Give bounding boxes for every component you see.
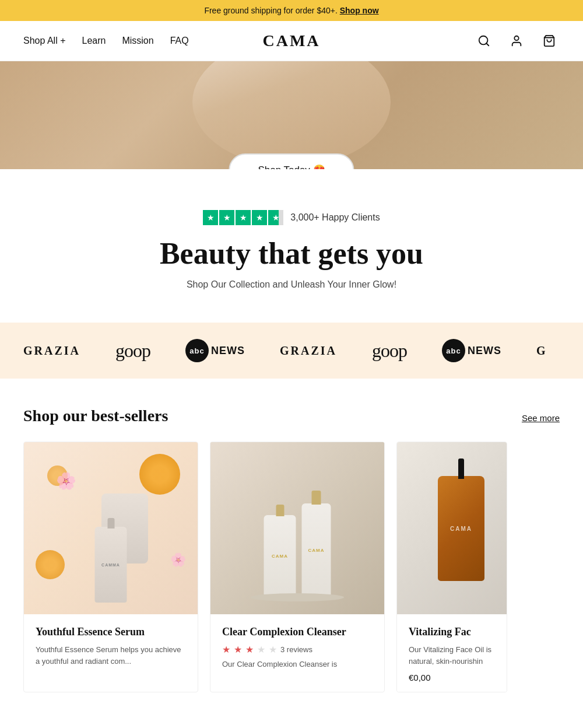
serum-bottle-visual: CAMMA [95, 527, 127, 603]
nav-faq[interactable]: FAQ [170, 36, 189, 46]
nav-shop-all[interactable]: Shop All + [23, 36, 66, 46]
face-oil-bottle [438, 476, 484, 581]
press-logo-grazia-1: GRAZIA [23, 344, 80, 358]
serum-bottle: CAMMA [95, 527, 127, 603]
hero-background: Shop Today 😍 [0, 61, 583, 169]
product-name-serum: Youthful Essence Serum [36, 626, 186, 638]
trustpilot-row: ★ ★ ★ ★ ★ 3,000+ Happy Clients [203, 210, 380, 225]
product-info-serum: Youthful Essence Serum Youthful Essence … [24, 614, 198, 682]
announcement-text: Free ground shipping for order $40+. [204, 6, 337, 15]
main-nav: Shop All + Learn Mission FAQ [23, 36, 189, 46]
press-logo-abcnews-2: abc NEWS [442, 339, 501, 362]
product-desc-serum: Youthful Essence Serum helps you achieve… [36, 644, 186, 667]
press-logo-grazia-2: GRAZIA [280, 344, 337, 358]
news-text-2: NEWS [468, 345, 501, 357]
star-3: ★ [236, 210, 251, 225]
star-2: ★ [219, 210, 234, 225]
news-text: NEWS [211, 345, 245, 357]
star-empty-5: ★ [269, 644, 277, 655]
product-card-cleanser: CAMA CAMA Clear Complexion Cleanser ★ ★ … [210, 442, 385, 692]
hero-cta-wrapper: Shop Today 😍 [229, 153, 354, 169]
abc-circle-2: abc [442, 339, 465, 362]
social-proof-section: ★ ★ ★ ★ ★ 3,000+ Happy Clients Beauty th… [0, 169, 583, 302]
orange-decoration-1 [139, 454, 180, 495]
nav-learn[interactable]: Learn [82, 36, 106, 46]
sub-headline: Shop Our Collection and Unleash Your Inn… [187, 279, 396, 290]
see-more-link[interactable]: See more [522, 413, 560, 423]
tray [251, 593, 344, 601]
press-logo-grazia-partial: G [536, 344, 547, 358]
hero-oval [192, 61, 391, 166]
search-icon [477, 34, 490, 47]
cleanser-bottles: CAMA CAMA [264, 503, 331, 597]
star-5-half: ★ [268, 210, 283, 225]
account-button[interactable] [506, 30, 527, 51]
press-logo-abcnews-1: abc NEWS [185, 339, 245, 362]
cleanser-bottle-2: CAMA [302, 503, 331, 597]
star-filled-1: ★ [222, 644, 230, 655]
star-filled-3: ★ [245, 644, 254, 655]
products-grid: 🌸 🌸 CAMMA Youthful Essence Serum Youthfu… [23, 442, 560, 692]
flower-decoration-1: 🌸 [56, 471, 76, 491]
product-price-face-oil: €0,00 [409, 673, 495, 682]
press-logo-goop-1: goop [115, 340, 150, 362]
product-card-face-oil: Vitalizing Fac Our Vitalizing Face Oil i… [396, 442, 507, 692]
product-image-serum[interactable]: 🌸 🌸 CAMMA [24, 442, 198, 614]
main-headline: Beauty that gets you [160, 237, 423, 270]
product-name-cleanser: Clear Complexion Cleanser [222, 626, 373, 638]
best-sellers-header: Shop our best-sellers See more [23, 407, 560, 425]
cart-icon [543, 34, 556, 47]
best-sellers-section: Shop our best-sellers See more 🌸 🌸 CAMMA… [0, 379, 583, 716]
svg-point-2 [514, 36, 518, 40]
star-empty-4: ★ [257, 644, 265, 655]
clients-count: 3,000+ Happy Clients [290, 212, 380, 223]
search-button[interactable] [473, 30, 494, 51]
product-info-face-oil: Vitalizing Fac Our Vitalizing Face Oil i… [397, 614, 507, 692]
trustpilot-stars: ★ ★ ★ ★ ★ [203, 210, 283, 225]
account-icon [510, 34, 523, 47]
hero-section: Shop Today 😍 [0, 61, 583, 169]
cleanser-bottle-1: CAMA [264, 515, 296, 597]
reviews-count-cleanser: 3 reviews [280, 645, 312, 654]
header-actions [473, 30, 560, 51]
svg-line-1 [486, 43, 489, 46]
abc-circle: abc [185, 339, 209, 362]
flower-decoration-2: 🌸 [170, 552, 186, 568]
star-4: ★ [252, 210, 267, 225]
product-info-cleanser: Clear Complexion Cleanser ★ ★ ★ ★ ★ 3 re… [210, 614, 384, 685]
header: Shop All + Learn Mission FAQ CAMA [0, 21, 583, 61]
product-name-face-oil: Vitalizing Fac [409, 626, 495, 638]
orange-decoration-2 [36, 550, 65, 579]
press-logo-goop-2: goop [372, 340, 407, 362]
shop-today-button[interactable]: Shop Today 😍 [229, 153, 354, 169]
best-sellers-title: Shop our best-sellers [23, 407, 168, 425]
product-image-face-oil[interactable] [397, 442, 507, 614]
announcement-link[interactable]: Shop now [340, 6, 379, 15]
product-card-serum: 🌸 🌸 CAMMA Youthful Essence Serum Youthfu… [23, 442, 198, 692]
cart-button[interactable] [539, 30, 560, 51]
press-bar: GRAZIA goop abc NEWS GRAZIA goop abc NEW… [0, 323, 583, 379]
site-logo[interactable]: CAMA [262, 32, 320, 50]
product-stars-cleanser: ★ ★ ★ ★ ★ 3 reviews [222, 644, 373, 655]
star-1: ★ [203, 210, 218, 225]
product-image-cleanser[interactable]: CAMA CAMA [210, 442, 384, 614]
product-desc-face-oil: Our Vitalizing Face Oil is natural, skin… [409, 644, 495, 667]
announcement-bar: Free ground shipping for order $40+. Sho… [0, 0, 583, 21]
nav-mission[interactable]: Mission [122, 36, 153, 46]
star-filled-2: ★ [234, 644, 242, 655]
press-logos-container: GRAZIA goop abc NEWS GRAZIA goop abc NEW… [0, 339, 571, 362]
product-desc-cleanser: Our Clear Complexion Cleanser is [222, 659, 373, 670]
